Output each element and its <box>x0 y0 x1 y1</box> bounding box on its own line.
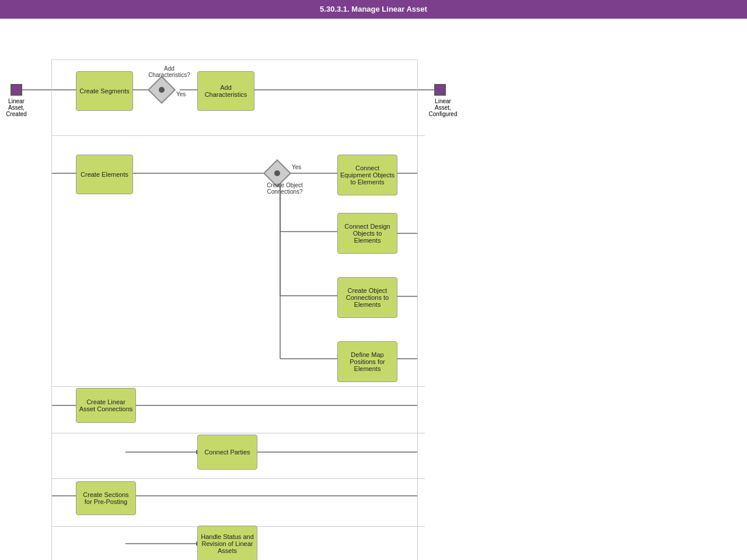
end-node <box>434 84 446 96</box>
connect-design-box[interactable]: Connect Design Objects to Elements <box>337 213 397 254</box>
lane-top-border <box>51 60 418 60</box>
lane-sep-3 <box>51 433 425 433</box>
lane-right-border <box>417 60 418 560</box>
yes-label-2: Yes <box>292 164 301 170</box>
diamond-inner-1 <box>159 87 165 93</box>
lane-sep-2 <box>51 386 425 387</box>
create-obj-connections-box[interactable]: Create Object Connections to Elements <box>337 277 397 318</box>
connect-equipment-box[interactable]: Connect Equipment Objects to Elements <box>337 155 397 195</box>
diagram-area: Linear Asset, Created Linear Asset, Conf… <box>0 19 747 560</box>
lane-sep-1 <box>51 135 425 136</box>
define-map-box[interactable]: Define Map Positions for Elements <box>337 341 397 382</box>
create-segments-box[interactable]: Create Segments <box>76 71 133 111</box>
create-linear-connections-box[interactable]: Create Linear Asset Connections <box>76 388 136 423</box>
connect-parties-box[interactable]: Connect Parties <box>197 435 257 470</box>
add-characteristics-box[interactable]: Add Characteristics <box>197 71 254 111</box>
create-elements-box[interactable]: Create Elements <box>76 155 133 194</box>
title-text: 5.30.3.1. Manage Linear Asset <box>320 5 427 13</box>
end-label: Linear Asset, Configured <box>428 98 458 117</box>
handle-status-box[interactable]: Handle Status and Revision of Linear Ass… <box>197 526 257 560</box>
start-label: Linear Asset, Created <box>5 98 28 117</box>
yes-label-1: Yes <box>176 91 186 97</box>
add-char-label: Add Characteristics? <box>143 65 196 78</box>
lane-left-border <box>51 60 52 560</box>
create-sections-box[interactable]: Create Sections for Pre-Posting <box>76 481 136 515</box>
diamond-inner-2 <box>274 170 280 176</box>
diamond-add-char <box>148 76 176 104</box>
lane-sep-4 <box>51 478 425 479</box>
title-bar: 5.30.3.1. Manage Linear Asset <box>0 0 747 19</box>
create-obj-label: Create Object Connections? <box>259 182 311 195</box>
start-node <box>11 84 22 96</box>
